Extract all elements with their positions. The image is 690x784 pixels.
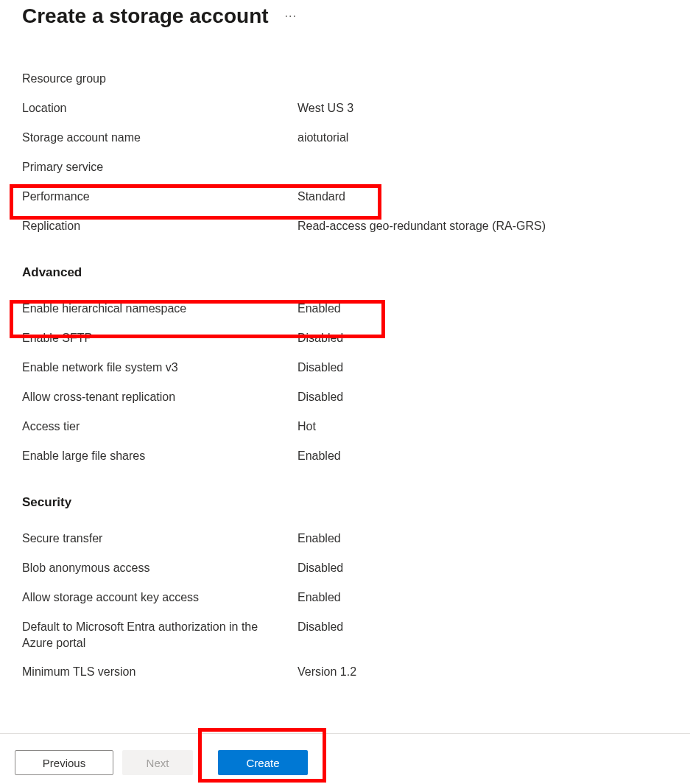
value-location: West US 3	[298, 100, 353, 116]
value-performance: Standard	[298, 189, 345, 205]
value-entra-auth: Disabled	[298, 619, 343, 635]
row-replication: Replication Read-access geo-redundant st…	[22, 212, 668, 242]
label-min-tls: Minimum TLS version	[22, 664, 298, 680]
row-secure-transfer: Secure transfer Enabled	[22, 525, 668, 554]
value-storage-account-name: aiotutorial	[298, 130, 348, 146]
review-content: Resource group Location West US 3 Storag…	[0, 28, 690, 687]
label-resource-group: Resource group	[22, 71, 298, 87]
label-location: Location	[22, 100, 298, 116]
row-access-tier: Access tier Hot	[22, 413, 668, 442]
value-access-tier: Hot	[298, 419, 316, 435]
row-performance: Performance Standard	[22, 183, 668, 212]
row-key-access: Allow storage account key access Enabled	[22, 584, 668, 613]
label-cross-tenant: Allow cross-tenant replication	[22, 389, 298, 405]
next-button: Next	[122, 750, 193, 775]
row-cross-tenant: Allow cross-tenant replication Disabled	[22, 383, 668, 413]
row-storage-account-name: Storage account name aiotutorial	[22, 124, 668, 153]
value-replication: Read-access geo-redundant storage (RA-GR…	[298, 218, 546, 234]
value-secure-transfer: Enabled	[298, 531, 341, 547]
row-resource-group: Resource group	[22, 65, 668, 94]
value-enable-nfs: Disabled	[298, 360, 343, 376]
row-location: Location West US 3	[22, 94, 668, 124]
row-enable-nfs: Enable network file system v3 Disabled	[22, 354, 668, 383]
label-large-file-shares: Enable large file shares	[22, 448, 298, 464]
value-min-tls: Version 1.2	[298, 664, 356, 680]
page-title: Create a storage account	[22, 4, 269, 28]
label-replication: Replication	[22, 218, 298, 234]
label-performance: Performance	[22, 189, 298, 205]
wizard-footer: Previous Next Create	[0, 733, 690, 775]
row-entra-auth: Default to Microsoft Entra authorization…	[22, 613, 668, 658]
value-enable-sftp: Disabled	[298, 330, 343, 346]
value-cross-tenant: Disabled	[298, 389, 343, 405]
section-title-security: Security	[22, 495, 668, 510]
label-enable-nfs: Enable network file system v3	[22, 360, 298, 376]
label-enable-sftp: Enable SFTP	[22, 330, 298, 346]
value-key-access: Enabled	[298, 589, 341, 606]
label-storage-account-name: Storage account name	[22, 130, 298, 146]
row-primary-service: Primary service	[22, 153, 668, 183]
row-enable-hns: Enable hierarchical namespace Enabled	[22, 295, 668, 324]
value-large-file-shares: Enabled	[298, 448, 341, 464]
label-access-tier: Access tier	[22, 419, 298, 435]
row-min-tls: Minimum TLS version Version 1.2	[22, 658, 668, 687]
page-header: Create a storage account ···	[0, 0, 690, 28]
label-enable-hns: Enable hierarchical namespace	[22, 301, 298, 317]
label-blob-anon: Blob anonymous access	[22, 560, 298, 576]
create-button[interactable]: Create	[218, 750, 308, 775]
value-blob-anon: Disabled	[298, 560, 343, 576]
section-title-advanced: Advanced	[22, 265, 668, 280]
value-enable-hns: Enabled	[298, 301, 341, 317]
row-blob-anon: Blob anonymous access Disabled	[22, 554, 668, 584]
row-large-file-shares: Enable large file shares Enabled	[22, 442, 668, 472]
row-enable-sftp: Enable SFTP Disabled	[22, 324, 668, 354]
more-icon[interactable]: ···	[285, 10, 297, 23]
label-secure-transfer: Secure transfer	[22, 531, 298, 547]
label-entra-auth: Default to Microsoft Entra authorization…	[22, 619, 298, 652]
label-primary-service: Primary service	[22, 159, 298, 175]
previous-button[interactable]: Previous	[15, 750, 113, 775]
label-key-access: Allow storage account key access	[22, 589, 298, 606]
